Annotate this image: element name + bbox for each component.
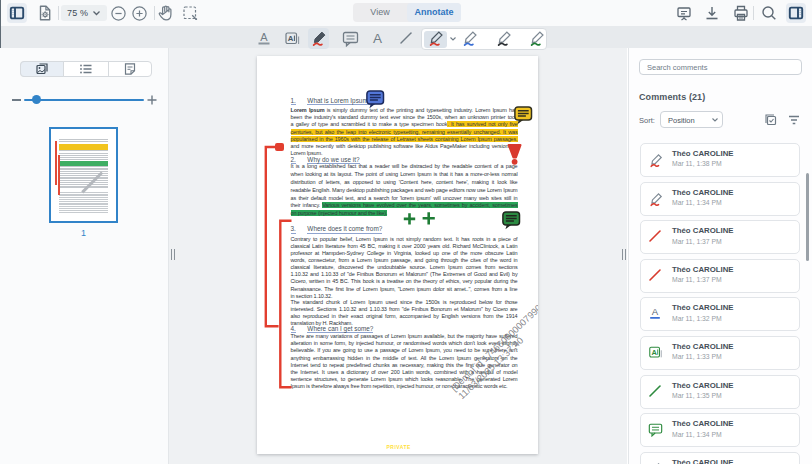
svg-text:A: A	[260, 31, 268, 43]
svg-text:A: A	[652, 307, 659, 318]
svg-text:A: A	[651, 348, 657, 357]
svg-text:A: A	[373, 31, 382, 46]
svg-text:A: A	[288, 34, 294, 43]
